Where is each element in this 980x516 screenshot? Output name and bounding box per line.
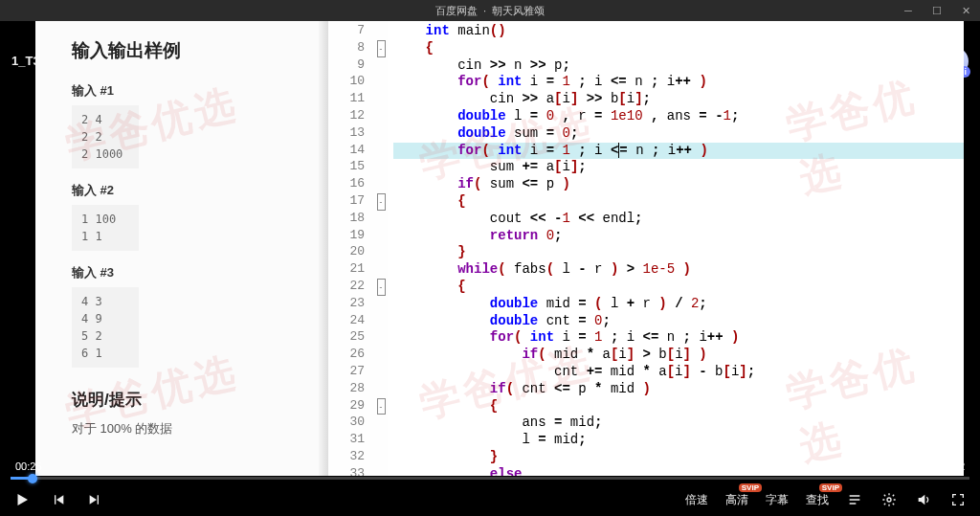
prev-button[interactable] [50,491,67,508]
close-button[interactable]: ✕ [951,0,980,21]
input1-data: 2 4 2 2 2 1000 [72,105,139,168]
title-bar: 百度网盘 · 朝天风雅颂 ─ ☐ ✕ [0,0,980,21]
input1-label: 输入 #1 [72,82,307,100]
hint-heading: 说明/提示 [72,389,307,411]
playlist-icon[interactable] [846,491,863,508]
io-heading: 输入输出样例 [72,38,307,63]
line-number-gutter: 7891011121314151617181920212223242526272… [328,21,374,476]
video-content: 输入输出样例 输入 #1 2 4 2 2 2 1000 输入 #2 1 100 … [35,21,964,476]
subtitle-button[interactable]: 字幕 [766,492,789,508]
code-lines[interactable]: int main() { cin >> n >> p; for( int i =… [388,21,964,476]
quality-button[interactable]: 高清SVIP [725,492,748,508]
input2-data: 1 100 1 1 [72,205,139,251]
play-button[interactable] [13,491,31,508]
next-button[interactable] [86,491,103,508]
problem-panel: 输入输出样例 输入 #1 2 4 2 2 2 1000 输入 #2 1 100 … [35,21,328,476]
code-panel: 7891011121314151617181920212223242526272… [328,21,964,476]
fullscreen-icon[interactable] [949,491,967,508]
input3-data: 4 3 4 9 5 2 6 1 [72,287,139,368]
title-sep: · [483,5,486,16]
volume-icon[interactable] [915,491,932,508]
progress-bar[interactable] [11,477,969,480]
hint-text: 对于 100% 的数据 [72,420,307,437]
speed-button[interactable]: 倍速 [685,492,708,508]
search-button[interactable]: 查找SVIP [806,492,829,508]
input3-label: 输入 #3 [72,264,307,281]
playback-controls: 倍速 高清SVIP 字幕 查找SVIP [0,483,980,516]
document-name: 朝天风雅颂 [492,4,545,18]
svg-point-5 [887,498,891,502]
current-time: 00:25 [15,460,42,472]
minimize-button[interactable]: ─ [894,0,923,21]
app-name: 百度网盘 [435,4,478,18]
maximize-button[interactable]: ☐ [923,0,951,21]
settings-icon[interactable] [880,491,898,508]
video-area: 1_T303346-kotori的设备.mp4 Hi 输入输出样例 输入 #1 … [0,21,980,516]
fold-gutter: ---- [374,21,388,476]
total-time: 20:22 [938,460,965,472]
input2-label: 输入 #2 [72,182,307,199]
